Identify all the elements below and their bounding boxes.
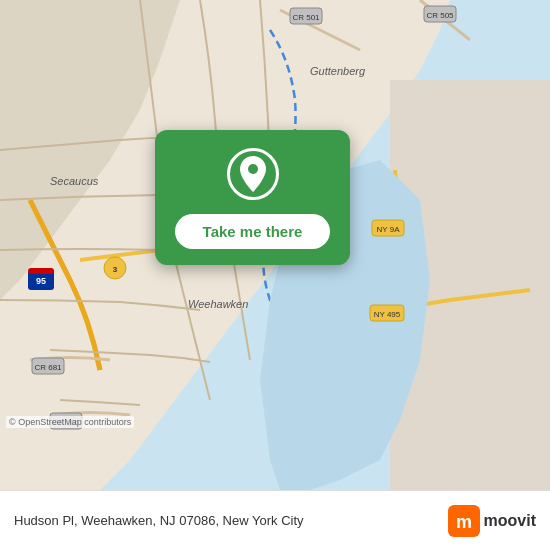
take-me-there-button[interactable]: Take me there <box>175 214 330 249</box>
svg-point-27 <box>248 164 258 174</box>
bottom-bar: Hudson Pl, Weehawken, NJ 07086, New York… <box>0 490 550 550</box>
moovit-logo: m moovit <box>448 505 536 537</box>
osm-attribution: © OpenStreetMap contributors <box>6 416 134 428</box>
moovit-logo-text: moovit <box>484 512 536 530</box>
svg-text:CR 505: CR 505 <box>426 11 454 20</box>
svg-text:Secaucus: Secaucus <box>50 175 99 187</box>
map-container: 95 3 CR 501 CR 505 CR 681 CR 685 NY 9A N… <box>0 0 550 490</box>
osm-link[interactable]: © OpenStreetMap contributors <box>9 417 131 427</box>
svg-text:NY 495: NY 495 <box>374 310 401 319</box>
svg-text:CR 501: CR 501 <box>292 13 320 22</box>
svg-text:NY 9A: NY 9A <box>377 225 401 234</box>
svg-text:CR 681: CR 681 <box>34 363 62 372</box>
svg-text:Guttenberg: Guttenberg <box>310 65 366 77</box>
svg-text:m: m <box>456 512 472 532</box>
address-text: Hudson Pl, Weehawken, NJ 07086, New York… <box>14 513 448 528</box>
svg-text:95: 95 <box>36 276 46 286</box>
svg-text:Weehawken: Weehawken <box>188 298 248 310</box>
svg-text:3: 3 <box>113 265 118 274</box>
location-icon <box>227 148 279 200</box>
popup-card: Take me there <box>155 130 350 265</box>
svg-rect-9 <box>28 268 54 274</box>
